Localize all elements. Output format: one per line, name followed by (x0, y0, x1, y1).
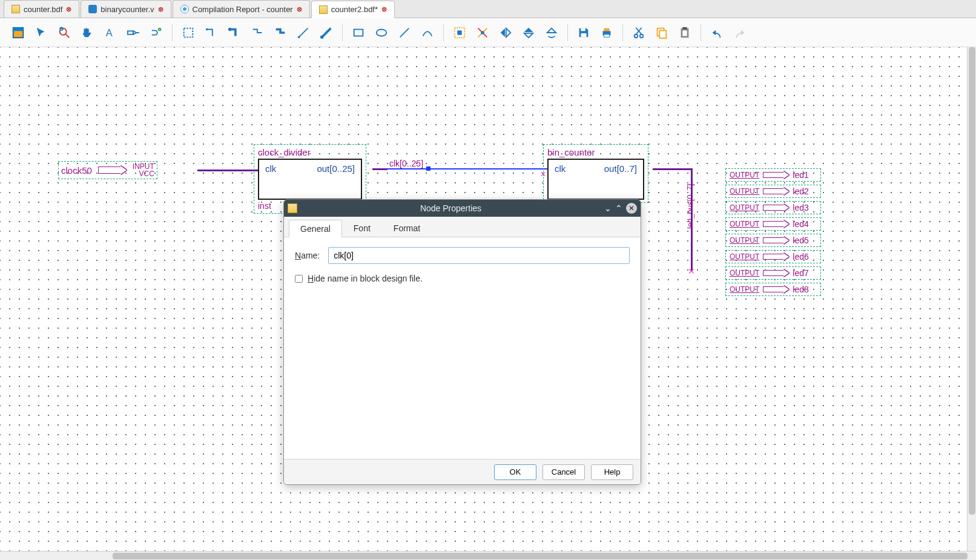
scroll-thumb[interactable] (113, 553, 968, 559)
orthogonal-bus-icon[interactable] (223, 22, 245, 44)
output-pin[interactable]: OUTPUTled3 (725, 201, 821, 214)
oval-icon[interactable] (371, 22, 392, 44)
wire-selected[interactable] (387, 168, 548, 170)
tab-font[interactable]: Font (342, 219, 382, 237)
verilog-file-icon (88, 5, 97, 13)
tab-counter2-bdf[interactable]: counter2.bdf* ⊗ (311, 1, 395, 18)
ok-button[interactable]: OK (494, 464, 536, 480)
bdf-file-icon (319, 5, 328, 14)
pin-type: INPUTVCC (133, 163, 154, 177)
svg-rect-22 (457, 30, 461, 35)
tab-general[interactable]: General (289, 220, 342, 237)
svg-rect-27 (581, 33, 586, 36)
zoom-icon[interactable]: + (53, 22, 75, 44)
svg-text:+: + (159, 28, 160, 31)
cancel-button[interactable]: Cancel (542, 464, 585, 480)
dialog-body: Name: Hide name in block design file. (284, 237, 641, 459)
text-icon[interactable]: A (99, 22, 121, 44)
tab-binarycounter-v[interactable]: binarycounter.v ⊗ (81, 0, 171, 18)
diagonal-bus-icon[interactable] (315, 22, 337, 44)
wire-label: clk[0..25] (389, 159, 423, 168)
conduit-line-icon[interactable] (246, 22, 268, 44)
flip-vertical-icon[interactable] (518, 22, 539, 44)
arc-icon[interactable] (417, 22, 438, 44)
output-pin[interactable]: OUTPUTled1 (725, 168, 821, 182)
tab-compilation-report[interactable]: Compilation Report - counter ⊗ (173, 0, 310, 18)
conduit-bus-icon[interactable] (269, 22, 291, 44)
close-icon[interactable]: ⊗ (381, 5, 387, 13)
undo-icon[interactable] (706, 22, 728, 44)
paste-icon[interactable] (674, 22, 696, 44)
output-pin[interactable]: OUTPUTled6 (725, 250, 821, 263)
wire-handle-icon[interactable] (426, 166, 430, 171)
svg-rect-30 (604, 34, 609, 37)
line-icon[interactable] (394, 22, 415, 44)
output-pin[interactable]: OUTPUTled2 (725, 185, 821, 198)
schematic-canvas[interactable]: clock50 INPUTVCC clock_divider clk out[0… (0, 47, 976, 560)
collapse-icon[interactable]: ⌄ (604, 203, 612, 213)
name-input[interactable] (328, 247, 630, 264)
hand-icon[interactable] (76, 22, 98, 44)
close-icon[interactable]: ⊗ (158, 5, 163, 13)
app-icon[interactable] (7, 22, 29, 44)
close-icon[interactable]: ⊗ (297, 5, 302, 13)
dialog-tabs: General Font Format (284, 217, 641, 237)
block-bin-counter[interactable]: bin_counter clk out[0..7] (543, 144, 648, 203)
tab-format[interactable]: Format (382, 219, 432, 237)
symbol-icon[interactable]: + (145, 22, 167, 44)
rotate-icon[interactable] (541, 22, 562, 44)
port-out: out[0..25] (317, 163, 355, 174)
horizontal-scrollbar[interactable] (0, 551, 976, 560)
input-pin-clock50[interactable]: clock50 INPUTVCC (58, 162, 197, 178)
toolbar-separator (342, 24, 343, 41)
node-properties-dialog: Node Properties ⌄ ⌃ ✕ General Font Forma… (283, 199, 641, 485)
output-pin[interactable]: OUTPUTled8 (725, 283, 821, 296)
rubberband-icon[interactable] (449, 22, 470, 44)
dialog-title: Node Properties (297, 203, 604, 213)
cut-icon[interactable] (628, 22, 650, 44)
svg-rect-29 (604, 28, 609, 31)
bdf-file-icon (12, 5, 20, 13)
svg-line-16 (322, 28, 331, 37)
dialog-titlebar[interactable]: Node Properties ⌄ ⌃ ✕ (284, 200, 641, 217)
svg-line-20 (400, 28, 409, 37)
output-pin[interactable]: OUTPUTled5 (725, 234, 821, 247)
close-icon[interactable]: ✕ (626, 203, 637, 214)
bus-label: led_bus[0..7] (685, 184, 694, 229)
wire[interactable] (197, 170, 258, 171)
vertical-scrollbar[interactable] (967, 47, 976, 551)
editor-tabs: counter.bdf ⊗ binarycounter.v ⊗ Compilat… (0, 0, 976, 18)
toolbar-separator (622, 24, 623, 41)
hide-name-label: Hide name in block design file. (308, 274, 423, 283)
wire[interactable] (372, 168, 387, 170)
tab-label: counter.bdf (24, 5, 62, 14)
flip-horizontal-icon[interactable] (495, 22, 516, 44)
dialog-footer: OK Cancel Help (284, 459, 641, 484)
partial-select-icon[interactable] (472, 22, 493, 44)
scroll-thumb[interactable] (969, 47, 975, 515)
svg-line-3 (65, 33, 69, 37)
rect-select-icon[interactable] (177, 22, 199, 44)
svg-text:A: A (106, 27, 113, 38)
pointer-icon[interactable] (30, 22, 52, 44)
copy-icon[interactable] (651, 22, 673, 44)
output-pin[interactable]: OUTPUTled7 (725, 266, 821, 280)
hide-name-checkbox[interactable] (295, 275, 303, 283)
pin-icon[interactable] (122, 22, 144, 44)
expand-icon[interactable]: ⌃ (615, 203, 622, 213)
port-in: clk (555, 163, 565, 174)
rectangle-icon[interactable] (348, 22, 369, 44)
save-icon[interactable] (573, 22, 595, 44)
output-pin[interactable]: OUTPUTled4 (725, 217, 821, 231)
redo-icon[interactable] (729, 22, 751, 44)
diagonal-line-icon[interactable] (292, 22, 314, 44)
bus-wire[interactable] (653, 168, 693, 170)
close-icon[interactable]: ⊗ (66, 5, 71, 13)
print-icon[interactable] (596, 22, 618, 44)
svg-point-19 (377, 29, 387, 36)
orthogonal-node-icon[interactable] (200, 22, 222, 44)
svg-rect-7 (128, 31, 133, 35)
help-button[interactable]: Help (591, 464, 633, 480)
svg-text:+: + (61, 27, 62, 31)
tab-counter-bdf[interactable]: counter.bdf ⊗ (4, 0, 79, 18)
